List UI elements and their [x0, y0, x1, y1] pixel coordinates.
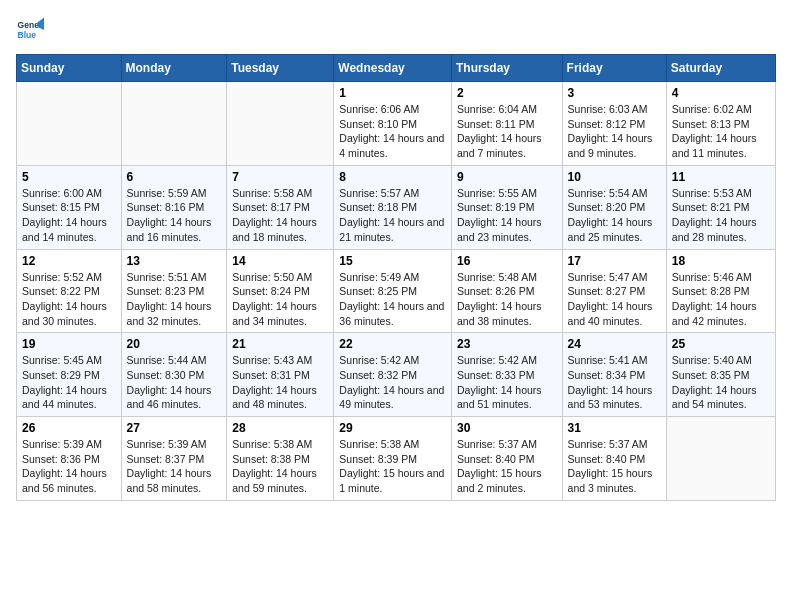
calendar-cell: 3Sunrise: 6:03 AMSunset: 8:12 PMDaylight…	[562, 82, 666, 166]
day-detail: Sunrise: 6:04 AMSunset: 8:11 PMDaylight:…	[457, 102, 557, 161]
calendar-cell: 14Sunrise: 5:50 AMSunset: 8:24 PMDayligh…	[227, 249, 334, 333]
day-detail: Sunrise: 5:40 AMSunset: 8:35 PMDaylight:…	[672, 353, 770, 412]
day-number: 10	[568, 170, 661, 184]
calendar-week-4: 19Sunrise: 5:45 AMSunset: 8:29 PMDayligh…	[17, 333, 776, 417]
day-detail: Sunrise: 6:06 AMSunset: 8:10 PMDaylight:…	[339, 102, 446, 161]
calendar-cell: 4Sunrise: 6:02 AMSunset: 8:13 PMDaylight…	[666, 82, 775, 166]
calendar-cell: 18Sunrise: 5:46 AMSunset: 8:28 PMDayligh…	[666, 249, 775, 333]
calendar-cell: 9Sunrise: 5:55 AMSunset: 8:19 PMDaylight…	[451, 165, 562, 249]
day-number: 30	[457, 421, 557, 435]
day-detail: Sunrise: 5:54 AMSunset: 8:20 PMDaylight:…	[568, 186, 661, 245]
calendar-week-1: 1Sunrise: 6:06 AMSunset: 8:10 PMDaylight…	[17, 82, 776, 166]
day-number: 28	[232, 421, 328, 435]
day-detail: Sunrise: 6:03 AMSunset: 8:12 PMDaylight:…	[568, 102, 661, 161]
calendar-week-5: 26Sunrise: 5:39 AMSunset: 8:36 PMDayligh…	[17, 417, 776, 501]
calendar-cell: 28Sunrise: 5:38 AMSunset: 8:38 PMDayligh…	[227, 417, 334, 501]
day-detail: Sunrise: 5:57 AMSunset: 8:18 PMDaylight:…	[339, 186, 446, 245]
day-detail: Sunrise: 5:44 AMSunset: 8:30 PMDaylight:…	[127, 353, 222, 412]
calendar-cell: 26Sunrise: 5:39 AMSunset: 8:36 PMDayligh…	[17, 417, 122, 501]
calendar-cell: 15Sunrise: 5:49 AMSunset: 8:25 PMDayligh…	[334, 249, 452, 333]
logo-icon: General Blue	[16, 16, 44, 44]
calendar-cell	[227, 82, 334, 166]
day-number: 22	[339, 337, 446, 351]
day-number: 18	[672, 254, 770, 268]
day-detail: Sunrise: 6:00 AMSunset: 8:15 PMDaylight:…	[22, 186, 116, 245]
day-header-thursday: Thursday	[451, 55, 562, 82]
day-number: 2	[457, 86, 557, 100]
day-detail: Sunrise: 5:55 AMSunset: 8:19 PMDaylight:…	[457, 186, 557, 245]
day-detail: Sunrise: 5:43 AMSunset: 8:31 PMDaylight:…	[232, 353, 328, 412]
day-number: 25	[672, 337, 770, 351]
calendar-cell	[17, 82, 122, 166]
day-number: 1	[339, 86, 446, 100]
calendar-cell: 7Sunrise: 5:58 AMSunset: 8:17 PMDaylight…	[227, 165, 334, 249]
day-detail: Sunrise: 5:51 AMSunset: 8:23 PMDaylight:…	[127, 270, 222, 329]
day-detail: Sunrise: 5:38 AMSunset: 8:39 PMDaylight:…	[339, 437, 446, 496]
day-number: 7	[232, 170, 328, 184]
calendar-cell: 24Sunrise: 5:41 AMSunset: 8:34 PMDayligh…	[562, 333, 666, 417]
day-number: 19	[22, 337, 116, 351]
day-detail: Sunrise: 5:48 AMSunset: 8:26 PMDaylight:…	[457, 270, 557, 329]
day-detail: Sunrise: 5:41 AMSunset: 8:34 PMDaylight:…	[568, 353, 661, 412]
day-number: 31	[568, 421, 661, 435]
calendar-cell: 11Sunrise: 5:53 AMSunset: 8:21 PMDayligh…	[666, 165, 775, 249]
day-detail: Sunrise: 5:37 AMSunset: 8:40 PMDaylight:…	[457, 437, 557, 496]
calendar-table: SundayMondayTuesdayWednesdayThursdayFrid…	[16, 54, 776, 501]
calendar-cell: 1Sunrise: 6:06 AMSunset: 8:10 PMDaylight…	[334, 82, 452, 166]
day-number: 27	[127, 421, 222, 435]
day-header-saturday: Saturday	[666, 55, 775, 82]
day-number: 16	[457, 254, 557, 268]
calendar-cell: 5Sunrise: 6:00 AMSunset: 8:15 PMDaylight…	[17, 165, 122, 249]
day-number: 11	[672, 170, 770, 184]
day-number: 9	[457, 170, 557, 184]
day-detail: Sunrise: 5:49 AMSunset: 8:25 PMDaylight:…	[339, 270, 446, 329]
calendar-cell: 27Sunrise: 5:39 AMSunset: 8:37 PMDayligh…	[121, 417, 227, 501]
day-detail: Sunrise: 5:45 AMSunset: 8:29 PMDaylight:…	[22, 353, 116, 412]
day-detail: Sunrise: 5:46 AMSunset: 8:28 PMDaylight:…	[672, 270, 770, 329]
day-detail: Sunrise: 5:42 AMSunset: 8:32 PMDaylight:…	[339, 353, 446, 412]
day-detail: Sunrise: 5:37 AMSunset: 8:40 PMDaylight:…	[568, 437, 661, 496]
day-number: 5	[22, 170, 116, 184]
day-number: 8	[339, 170, 446, 184]
day-number: 13	[127, 254, 222, 268]
day-detail: Sunrise: 5:39 AMSunset: 8:36 PMDaylight:…	[22, 437, 116, 496]
calendar-cell: 8Sunrise: 5:57 AMSunset: 8:18 PMDaylight…	[334, 165, 452, 249]
header: General Blue	[16, 16, 776, 44]
day-header-sunday: Sunday	[17, 55, 122, 82]
day-number: 24	[568, 337, 661, 351]
day-number: 4	[672, 86, 770, 100]
logo: General Blue	[16, 16, 48, 44]
day-detail: Sunrise: 5:53 AMSunset: 8:21 PMDaylight:…	[672, 186, 770, 245]
day-number: 12	[22, 254, 116, 268]
day-number: 29	[339, 421, 446, 435]
calendar-cell: 17Sunrise: 5:47 AMSunset: 8:27 PMDayligh…	[562, 249, 666, 333]
day-number: 14	[232, 254, 328, 268]
day-detail: Sunrise: 5:52 AMSunset: 8:22 PMDaylight:…	[22, 270, 116, 329]
calendar-cell: 13Sunrise: 5:51 AMSunset: 8:23 PMDayligh…	[121, 249, 227, 333]
calendar-cell: 30Sunrise: 5:37 AMSunset: 8:40 PMDayligh…	[451, 417, 562, 501]
day-number: 3	[568, 86, 661, 100]
svg-text:Blue: Blue	[18, 30, 37, 40]
day-header-tuesday: Tuesday	[227, 55, 334, 82]
calendar-cell: 10Sunrise: 5:54 AMSunset: 8:20 PMDayligh…	[562, 165, 666, 249]
day-detail: Sunrise: 5:59 AMSunset: 8:16 PMDaylight:…	[127, 186, 222, 245]
calendar-cell	[666, 417, 775, 501]
day-header-wednesday: Wednesday	[334, 55, 452, 82]
calendar-cell: 21Sunrise: 5:43 AMSunset: 8:31 PMDayligh…	[227, 333, 334, 417]
calendar-cell: 19Sunrise: 5:45 AMSunset: 8:29 PMDayligh…	[17, 333, 122, 417]
calendar-cell: 12Sunrise: 5:52 AMSunset: 8:22 PMDayligh…	[17, 249, 122, 333]
day-header-friday: Friday	[562, 55, 666, 82]
calendar-cell: 16Sunrise: 5:48 AMSunset: 8:26 PMDayligh…	[451, 249, 562, 333]
calendar-cell: 23Sunrise: 5:42 AMSunset: 8:33 PMDayligh…	[451, 333, 562, 417]
calendar-week-2: 5Sunrise: 6:00 AMSunset: 8:15 PMDaylight…	[17, 165, 776, 249]
day-detail: Sunrise: 5:47 AMSunset: 8:27 PMDaylight:…	[568, 270, 661, 329]
calendar-cell: 6Sunrise: 5:59 AMSunset: 8:16 PMDaylight…	[121, 165, 227, 249]
day-number: 15	[339, 254, 446, 268]
day-number: 26	[22, 421, 116, 435]
day-number: 23	[457, 337, 557, 351]
day-detail: Sunrise: 5:39 AMSunset: 8:37 PMDaylight:…	[127, 437, 222, 496]
day-number: 17	[568, 254, 661, 268]
calendar-cell: 2Sunrise: 6:04 AMSunset: 8:11 PMDaylight…	[451, 82, 562, 166]
calendar-cell: 25Sunrise: 5:40 AMSunset: 8:35 PMDayligh…	[666, 333, 775, 417]
calendar-cell: 20Sunrise: 5:44 AMSunset: 8:30 PMDayligh…	[121, 333, 227, 417]
